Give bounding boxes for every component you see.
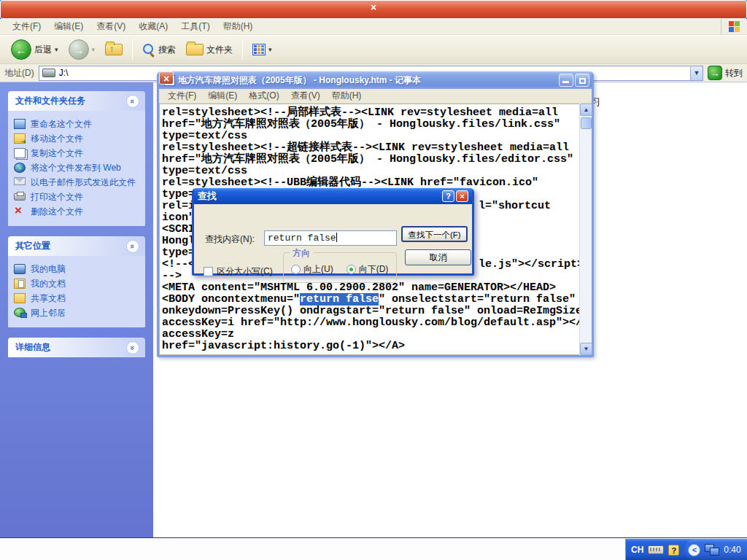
explorer-menu-item-4[interactable]: 工具(T) <box>174 18 216 35</box>
explorer-menu-item-0[interactable]: 文件(F) <box>6 18 47 35</box>
notepad-titlebar[interactable]: 地方汽车牌照对照表（2005年版） - Honglousky.htm - 记事本… <box>159 71 592 89</box>
address-label: 地址(D) <box>4 67 34 79</box>
explorer-menu-item-5[interactable]: 帮助(H) <box>217 18 260 35</box>
task-item-label: 网上邻居 <box>31 308 66 318</box>
explorer-menu-item-1[interactable]: 编辑(E) <box>47 18 90 35</box>
match-case-checkbox[interactable] <box>204 267 213 276</box>
notepad-text-line: rel=stylesheet><!--局部样式表--><LINK rev=sty… <box>162 107 579 119</box>
notepad-text-line: href="javascript:history.go(-1)"></A> <box>162 341 579 352</box>
notepad-menu-item-0[interactable]: 文件(F) <box>162 88 202 104</box>
keyboard-icon[interactable] <box>648 545 664 554</box>
expand-chevron-icon[interactable]: » <box>126 341 139 354</box>
windows-logo-icon <box>729 21 740 33</box>
back-dropdown-icon[interactable]: ▾ <box>55 46 58 53</box>
shared-documents-icon <box>14 293 26 303</box>
text-caret <box>336 233 337 242</box>
go-label: 转到 <box>725 67 743 79</box>
publish-web-icon <box>14 163 26 173</box>
forward-button[interactable]: → ▾ <box>65 39 99 60</box>
views-icon <box>252 44 266 55</box>
notepad-text-line: type=text/css <box>162 166 579 177</box>
find-dialog-body: 查找内容(N): return false 查找下一个(F) 取消 方向 向上(… <box>194 204 472 276</box>
notepad-text-line: href="地方汽车牌照对照表（2005年版） - Honglousky.fil… <box>162 154 579 166</box>
task-item[interactable]: 网上邻居 <box>14 306 141 320</box>
notepad-maximize-button[interactable] <box>575 74 589 87</box>
task-item[interactable]: 将这个文件发布到 Web <box>14 160 141 175</box>
notepad-menubar-items: 文件(F)编辑(E)格式(O)查看(V)帮助(H) <box>162 88 367 104</box>
task-item[interactable]: 复制这个文件 <box>14 146 141 160</box>
match-case-option[interactable]: 区分大小写(C) <box>204 265 273 278</box>
task-item[interactable]: 移动这个文件 <box>14 131 141 146</box>
file-tasks-title: 文件和文件夹任务 <box>15 95 85 107</box>
notepad-minimize-button[interactable] <box>559 74 573 87</box>
copy-icon <box>14 148 26 158</box>
task-item[interactable]: 打印这个文件 <box>14 190 141 204</box>
file-tasks-header[interactable]: 文件和文件夹任务 « <box>8 91 145 111</box>
ime-indicator[interactable]: CH <box>631 545 643 555</box>
windows-logo <box>721 19 747 35</box>
notepad-window-title: 地方汽车牌照对照表（2005年版） - Honglousky.htm - 记事本 <box>178 74 559 87</box>
notepad-menu-item-3[interactable]: 查看(V) <box>285 88 326 104</box>
task-item[interactable]: 我的文档 <box>14 276 141 291</box>
task-item[interactable]: 删除这个文件 <box>14 204 141 219</box>
scroll-down-icon[interactable]: ▼ <box>580 343 592 355</box>
collapse-chevron-icon[interactable]: « <box>126 95 139 108</box>
go-button[interactable]: → 转到 <box>708 66 743 80</box>
task-item[interactable]: 以电子邮件形式发送此文件 <box>14 175 141 190</box>
task-item-label: 打印这个文件 <box>31 192 83 202</box>
back-button[interactable]: ← 后退 ▾ <box>7 39 62 60</box>
address-dropdown-button[interactable]: ▼ <box>690 66 703 80</box>
notepad-menu-item-2[interactable]: 格式(O) <box>243 88 285 104</box>
direction-down-option[interactable]: 向下(D) <box>347 263 389 276</box>
task-item[interactable]: 共享文档 <box>14 291 141 306</box>
find-what-value: return false <box>268 233 336 244</box>
other-places-title: 其它位置 <box>15 240 50 252</box>
task-item-label: 删除这个文件 <box>31 206 83 217</box>
notepad-scrollbar[interactable]: ▲ ▼ <box>579 104 592 355</box>
notepad-text-line: href="地方汽车牌照对照表（2005年版） - Honglousky.fil… <box>162 119 579 131</box>
cancel-button[interactable]: 取消 <box>405 249 471 265</box>
details-header[interactable]: 详细信息 » <box>8 338 145 357</box>
task-item-label: 共享文档 <box>31 293 66 303</box>
toolbar-separator <box>242 39 243 60</box>
views-button[interactable]: ▾ <box>249 44 276 55</box>
search-label: 搜索 <box>158 44 176 56</box>
tray-help-icon[interactable]: ? <box>668 545 679 556</box>
print-icon <box>14 193 26 201</box>
show-hidden-icons-chevron[interactable]: < <box>688 544 700 556</box>
notepad-menu-item-4[interactable]: 帮助(H) <box>326 88 368 104</box>
scrollbar-thumb[interactable] <box>581 117 592 129</box>
find-close-button[interactable]: × <box>456 190 468 202</box>
collapse-chevron-icon[interactable]: « <box>126 240 139 253</box>
forward-dropdown-icon[interactable]: ▾ <box>92 46 96 53</box>
explorer-menubar: 文件(F)编辑(E)查看(V)收藏(A)工具(T)帮助(H) <box>0 19 747 35</box>
find-dialog-titlebar[interactable]: 查找 ? × <box>194 188 472 204</box>
search-button[interactable]: 搜索 <box>139 43 179 56</box>
radio-up-icon[interactable] <box>291 265 301 274</box>
task-item[interactable]: 我的电脑 <box>14 262 141 276</box>
folders-button[interactable]: 文件夹 <box>182 44 236 56</box>
explorer-menu-item-3[interactable]: 收藏(A) <box>132 18 174 35</box>
views-dropdown-icon[interactable]: ▾ <box>268 46 272 53</box>
task-item-label: 重命名这个文件 <box>31 119 92 129</box>
task-item-label: 我的文档 <box>31 279 66 289</box>
find-what-input[interactable]: return false <box>264 230 397 246</box>
find-next-button[interactable]: 查找下一个(F) <box>401 226 468 242</box>
direction-up-option[interactable]: 向上(U) <box>291 263 333 276</box>
task-item[interactable]: 重命名这个文件 <box>14 117 141 131</box>
clock: 0:40 <box>724 545 740 555</box>
other-places-header[interactable]: 其它位置 « <box>8 236 145 256</box>
direction-up-label: 向上(U) <box>303 263 333 276</box>
notepad-menu-item-1[interactable]: 编辑(E) <box>202 88 243 104</box>
forward-icon: → <box>69 39 89 60</box>
help-button[interactable]: ? <box>442 190 454 202</box>
radio-down-icon[interactable] <box>347 265 356 274</box>
up-button[interactable]: ↑ <box>101 44 126 55</box>
explorer-menu-item-2[interactable]: 查看(V) <box>90 18 132 35</box>
close-button[interactable]: × <box>0 0 747 19</box>
file-tasks-items: 重命名这个文件移动这个文件复制这个文件将这个文件发布到 Web以电子邮件形式发送… <box>8 111 145 226</box>
notepad-close-button[interactable]: × <box>159 71 174 85</box>
network-icon[interactable] <box>705 544 719 556</box>
scroll-up-icon[interactable]: ▲ <box>580 104 592 116</box>
notepad-text-line: rel=stylesheet><!--UBB编辑器代码--><LINK href… <box>162 177 579 189</box>
